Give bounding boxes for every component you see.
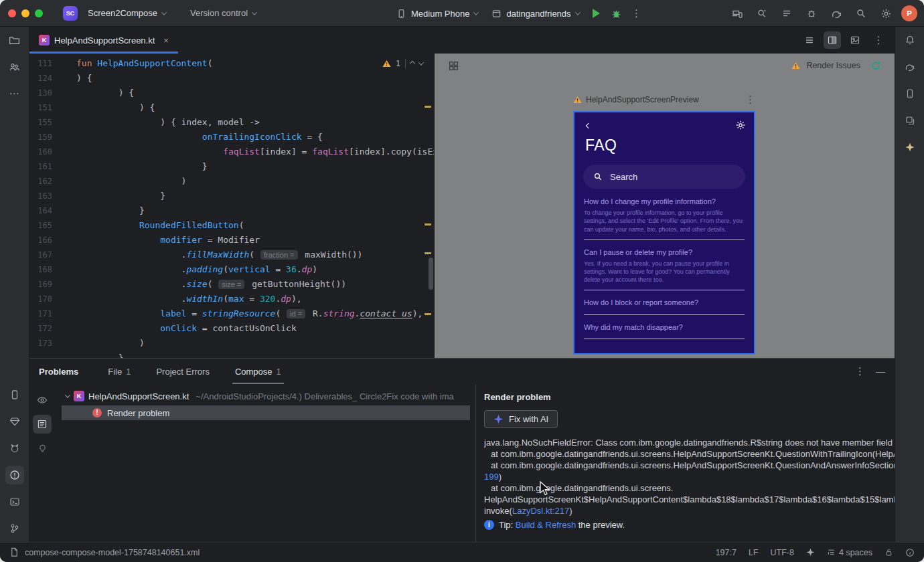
ai-search-button[interactable] [753,4,771,23]
ai-status-widget[interactable] [806,548,815,557]
faq-question[interactable]: Can I pause or delete my profile? [584,248,745,257]
task-list-button[interactable] [777,4,796,23]
preview-problem-button[interactable] [33,391,52,409]
git-tool-button[interactable] [5,519,24,538]
editor-scrollbar[interactable] [429,258,433,290]
user-avatar[interactable]: P [901,5,917,21]
search-everywhere-button[interactable] [852,4,870,23]
device-mirroring-button[interactable] [728,4,747,23]
settings-button[interactable] [876,4,895,23]
show-details-button[interactable] [33,415,52,434]
logcat-tool-button[interactable] [5,439,24,458]
minimize-window-button[interactable] [21,9,29,17]
vcs-tool-button[interactable] [5,58,24,76]
close-window-button[interactable] [8,9,16,17]
editor-tab[interactable]: K HelpAndSupportScreen.kt × [29,27,178,54]
run-config-selector[interactable]: datingandfriends [485,5,585,22]
project-menu[interactable]: Screen2Compose [82,5,172,21]
quick-fix-button[interactable] [33,439,52,458]
fix-with-ai-button[interactable]: Fix with AI [484,410,558,428]
gemini-tool-button[interactable] [901,138,919,157]
problems-tab-project-errors[interactable]: Project Errors [153,359,212,384]
faq-question[interactable]: How do I change my profile information? [584,197,745,206]
tree-error-row[interactable]: ! Render problem [62,405,470,420]
phone-preview[interactable]: FAQ Search How do I change my profile in… [573,111,755,355]
run-button[interactable] [587,4,606,23]
project-tool-button[interactable] [5,31,24,50]
code-editor[interactable]: 111fun HelpAndSupportContent(124) {130 )… [29,54,434,358]
faq-question[interactable]: How do I block or report someone? [584,298,745,307]
code-line[interactable]: 173 ) [29,336,434,351]
caret-position-widget[interactable]: 197:7 [716,548,737,557]
notifications-widget[interactable] [905,548,915,557]
code-line[interactable]: 171 label = stringResource( id = R.strin… [29,306,434,321]
preview-title-row[interactable]: HelpAndSupportScreenPreview ⋮ [573,94,755,106]
code-line[interactable]: 159 onTrailingIconClick = { [29,130,434,145]
code-line[interactable]: 161 } [29,159,434,174]
code-line[interactable]: 165 RoundedFilledButton( [29,218,434,233]
code-view-button[interactable] [801,31,818,49]
editor-options-button[interactable]: ⋮ [869,31,888,50]
code-line[interactable]: 172 onClick = contactUsOnClick [29,321,434,336]
hide-panel-button[interactable]: — [876,366,885,377]
stack-link[interactable]: LazyDsl.kt:217 [512,506,569,516]
line-separator-widget[interactable]: LF [749,548,759,557]
more-tool-windows-button[interactable]: ⋯ [5,84,24,103]
code-line[interactable]: 151 ) { [29,100,434,115]
running-devices-tool-button[interactable] [5,385,24,404]
faq-question[interactable]: Why did my match disappear? [584,322,745,332]
preview-grid-layout-button[interactable] [444,56,463,75]
close-tab-icon[interactable]: × [163,35,169,45]
code-line[interactable]: 162 ) [29,174,434,189]
code-line[interactable]: 124) { [29,71,434,86]
code-line[interactable]: 130 ) { [29,86,434,100]
gradle-tool-button[interactable] [901,58,919,76]
panel-options-button[interactable]: ⋮ [855,365,865,377]
terminal-tool-button[interactable] [5,492,24,511]
code-line[interactable]: } [29,351,434,358]
vcs-menu[interactable]: Version control [184,5,262,21]
code-line[interactable]: 166 modifier = Modifier [29,233,434,248]
design-view-button[interactable] [846,31,864,49]
device-selector[interactable]: Medium Phone [390,5,484,22]
chevron-up-icon[interactable] [410,61,415,66]
code-line[interactable]: 111fun HelpAndSupportContent( [29,56,434,71]
problems-tool-button[interactable] [5,466,24,484]
debug-button[interactable] [607,4,626,23]
zoom-window-button[interactable] [35,9,43,17]
warning-stripe-mark[interactable] [425,313,431,315]
more-run-actions-button[interactable]: ⋮ [627,4,646,23]
gradle-sync-button[interactable] [827,4,846,23]
code-line[interactable]: 164 } [29,203,434,218]
code-line[interactable]: 170 .widthIn(max = 320.dp), [29,292,434,306]
problems-tab-file[interactable]: File1 [105,359,133,384]
encoding-widget[interactable]: UTF-8 [771,548,794,557]
split-view-button[interactable] [824,31,841,49]
code-line[interactable]: 160 faqList[index] = faqList[index].copy… [29,145,434,159]
chevron-down-icon[interactable] [418,60,424,65]
code-line[interactable]: 163 } [29,189,434,203]
warning-stripe-mark[interactable] [425,252,431,254]
build-refresh-link[interactable]: Build & Refresh [516,520,576,530]
tree-file-row[interactable]: K HelpAndSupportScreen.kt ~/AndroidStudi… [55,388,475,404]
indent-widget[interactable]: 4 spaces [827,548,872,557]
warning-stripe-mark[interactable] [425,223,431,225]
notifications-tool-button[interactable] [901,31,919,50]
build-variants-tool-button[interactable] [901,111,919,130]
render-issues-label[interactable]: Render Issues [806,61,860,70]
chevron-down-icon[interactable] [65,392,70,397]
inspections-widget[interactable]: 1 [382,59,423,68]
problems-tab-compose[interactable]: Compose1 [232,359,284,384]
readonly-lock-widget[interactable] [884,548,893,557]
profiler-button[interactable] [802,4,821,23]
code-line[interactable]: 167 .fillMaxWidth( fraction = maxWidth()… [29,248,434,262]
code-line[interactable]: 169 .size( size = getButtonHeight()) [29,277,434,292]
app-insights-tool-button[interactable] [5,412,24,431]
code-line[interactable]: 155 ) { index, model -> [29,115,434,130]
device-manager-tool-button[interactable] [901,84,919,103]
stack-link[interactable]: 199 [484,472,499,482]
code-line[interactable]: 168 .padding(vertical = 36.dp) [29,262,434,277]
preview-options-icon[interactable]: ⋮ [745,94,755,106]
refresh-preview-button[interactable] [866,56,885,75]
warning-stripe-mark[interactable] [425,106,431,108]
